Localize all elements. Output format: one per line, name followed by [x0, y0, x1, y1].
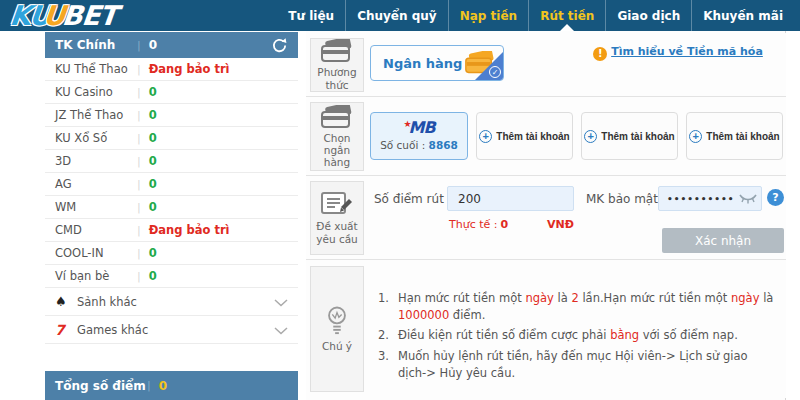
- password-label: MK bảo mật :: [586, 192, 666, 206]
- add-account-label: Thêm tài khoản: [601, 131, 674, 142]
- cards-icon: [319, 105, 355, 129]
- add-account-button[interactable]: + Thêm tài khoản: [581, 112, 678, 160]
- expandable-row[interactable]: ♠ Sảnh khác: [45, 288, 298, 316]
- check-icon: ✓: [489, 66, 501, 78]
- account-name: COOL-IN: [55, 246, 137, 260]
- separator: |: [137, 201, 141, 214]
- separator: |: [137, 63, 141, 76]
- separator: |: [137, 109, 141, 122]
- account-balance: 0: [149, 131, 157, 145]
- account-name: AG: [55, 177, 137, 191]
- selected-bank-card[interactable]: ★MB Số cuối : 8868: [370, 112, 468, 160]
- confirm-button[interactable]: Xác nhận: [662, 228, 784, 253]
- expandable-row[interactable]: 7 Games khác: [45, 316, 298, 344]
- refresh-icon[interactable]: [271, 37, 288, 54]
- add-account-buttons: + Thêm tài khoản + Thêm tài khoản + Thêm…: [476, 112, 783, 160]
- chevron-down-icon: [274, 292, 288, 311]
- notes-list: 1. Hạn mức rút tiền một ngày là 2 lần.Hạ…: [378, 290, 778, 385]
- account-row: KU Xổ Số | 0: [45, 127, 298, 150]
- nav-item-label: Rút tiền: [540, 9, 594, 23]
- bank-method-label: Ngân hàng: [383, 56, 463, 71]
- plus-circle-icon: +: [584, 130, 597, 143]
- account-name: KU Casino: [55, 85, 137, 99]
- request-form-icon: [320, 191, 354, 217]
- account-name: JZ Thể Thao: [55, 108, 137, 122]
- request-box-label: Đề xuất yêu cầu: [311, 220, 363, 244]
- password-input[interactable]: ••••••••••: [658, 186, 762, 211]
- account-name: KU Thể Thao: [55, 62, 137, 76]
- separator: |: [137, 39, 141, 52]
- nav-item-label: Chuyển quỹ: [357, 9, 437, 23]
- request-section: Đề xuất yêu cầu Số điểm rút : Thực tế :0…: [306, 176, 786, 260]
- add-account-label: Thêm tài khoản: [496, 131, 569, 142]
- card-last-digits: Số cuối : 8868: [371, 139, 467, 151]
- note-item: 1. Hạn mức rút tiền một ngày là 2 lần.Hạ…: [378, 290, 778, 323]
- add-account-label: Thêm tài khoản: [706, 131, 779, 142]
- nav-item-chuyển-quỹ[interactable]: Chuyển quỹ: [345, 0, 448, 31]
- cards-icon: [319, 39, 355, 63]
- notes-box-label: Chú ý: [322, 340, 352, 352]
- account-balance: 0: [149, 154, 157, 168]
- eye-closed-icon[interactable]: [739, 194, 757, 204]
- nav-item-label: Giao dịch: [617, 9, 680, 23]
- notes-section: Chú ý 1. Hạn mức rút tiền một ngày là 2 …: [306, 260, 786, 398]
- account-balance: 0: [149, 246, 157, 260]
- bank-section: Chọn ngân hàng ★MB Số cuối : 8868 + Thêm…: [306, 97, 786, 176]
- seven-icon: 7: [55, 322, 73, 338]
- nav-item-giao-dịch[interactable]: Giao dịch: [605, 0, 691, 31]
- account-balance: Đang bảo trì: [149, 223, 230, 237]
- note-number: 3.: [378, 348, 398, 381]
- notes-box: Chú ý: [310, 266, 364, 392]
- separator: |: [137, 155, 141, 168]
- currency-label: VNĐ: [547, 218, 574, 231]
- account-balance: Đang bảo trì: [149, 62, 230, 76]
- withdraw-panel: Phương thức Ngân hàng ✓ !Tìm hiểu về Tiề…: [306, 31, 786, 400]
- main-account-label: TK Chính: [55, 38, 137, 52]
- amount-input[interactable]: [447, 186, 574, 211]
- nav-item-rút-tiền[interactable]: Rút tiền: [528, 0, 605, 31]
- main-account-balance: 0: [149, 38, 157, 52]
- info-icon: !: [593, 47, 607, 61]
- plus-circle-icon: +: [689, 130, 702, 143]
- account-row: CMD | Đang bảo trì: [45, 219, 298, 242]
- nav-item-label: Nạp tiền: [460, 9, 517, 23]
- account-sidebar: TK Chính | 0 KU Thể Thao | Đang bảo trì …: [45, 32, 298, 400]
- nav-item-khuyến-mãi[interactable]: Khuyến mãi: [691, 0, 794, 31]
- main-account-header: TK Chính | 0: [45, 32, 298, 58]
- account-rows: KU Thể Thao | Đang bảo trì KU Casino | 0…: [45, 58, 298, 288]
- separator: |: [137, 178, 141, 191]
- method-box-label: Phương thức: [311, 66, 363, 90]
- help-icon[interactable]: ?: [767, 189, 784, 206]
- note-text: Muốn hủy lệnh rút tiền, hãy đến mục Hội …: [398, 348, 778, 381]
- nav-item-tư-liệu[interactable]: Tư liệu: [277, 0, 345, 31]
- method-box: Phương thức: [310, 38, 364, 92]
- bank-method-button[interactable]: Ngân hàng ✓: [370, 45, 504, 81]
- nav-item-nạp-tiền[interactable]: Nạp tiền: [448, 0, 528, 31]
- account-row: JZ Thể Thao | 0: [45, 104, 298, 127]
- account-balance: 0: [149, 85, 157, 99]
- note-item: 3. Muốn hủy lệnh rút tiền, hãy đến mục H…: [378, 348, 778, 381]
- crypto-info-link[interactable]: Tìm hiểu về Tiền mã hóa: [611, 45, 763, 58]
- bank-box-label: Chọn ngân hàng: [311, 132, 363, 168]
- add-account-button[interactable]: + Thêm tài khoản: [476, 112, 573, 160]
- account-name: WM: [55, 200, 137, 214]
- chevron-down-icon: [274, 320, 288, 339]
- note-item: 2. Điều kiện rút tiền số điểm cược phải …: [378, 327, 778, 344]
- note-text: Điều kiện rút tiền số điểm cược phải bằn…: [398, 327, 738, 344]
- account-name: CMD: [55, 223, 137, 237]
- separator: |: [137, 224, 141, 237]
- account-name: Ví bạn bè: [55, 269, 137, 283]
- separator: |: [147, 379, 151, 392]
- account-row: AG | 0: [45, 173, 298, 196]
- active-tab-caret: [560, 24, 574, 31]
- spade-icon: ♠: [55, 294, 73, 309]
- password-value: ••••••••••: [667, 194, 739, 204]
- separator: |: [137, 86, 141, 99]
- kubet-logo[interactable]: KUUBET: [8, 0, 118, 31]
- add-account-button[interactable]: + Thêm tài khoản: [686, 112, 783, 160]
- account-row: KU Thể Thao | Đang bảo trì: [45, 58, 298, 81]
- amount-label: Số điểm rút :: [374, 192, 452, 206]
- total-points-value: 0: [159, 379, 167, 393]
- account-balance: 0: [149, 177, 157, 191]
- plus-circle-icon: +: [479, 130, 492, 143]
